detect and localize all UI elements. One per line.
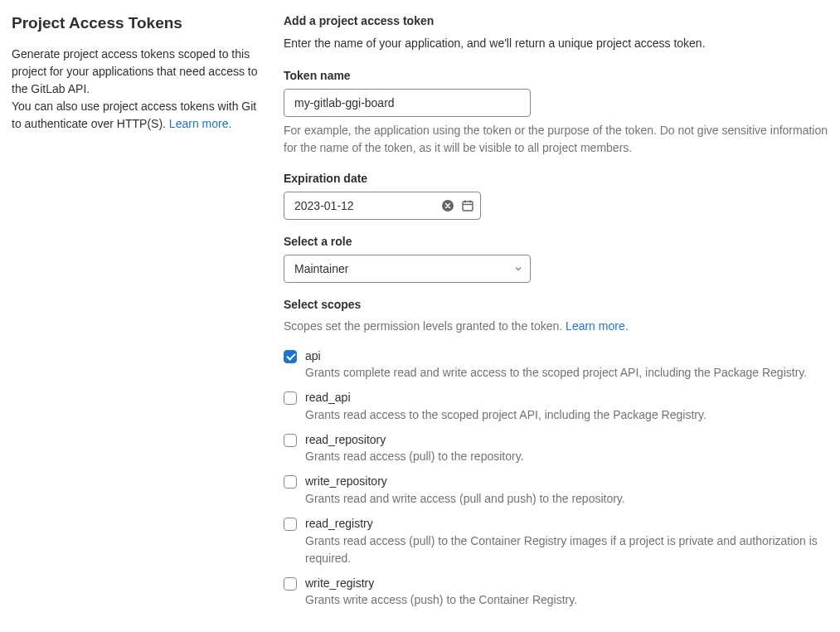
scope-checkbox-api[interactable] <box>284 350 297 363</box>
svg-rect-1 <box>463 202 473 211</box>
scope-description: Grants read access (pull) to the Contain… <box>305 532 828 567</box>
learn-more-link[interactable]: Learn more. <box>169 117 231 130</box>
scopes-subtext: Scopes set the permission levels granted… <box>284 318 828 335</box>
scope-checkbox-write_repository[interactable] <box>284 475 297 489</box>
scope-checkbox-read_registry[interactable] <box>284 518 297 531</box>
expiration-label: Expiration date <box>284 172 828 185</box>
clear-date-icon[interactable] <box>441 199 454 212</box>
scope-description: Grants read and write access (pull and p… <box>305 490 828 508</box>
form-subheading: Enter the name of your application, and … <box>284 35 828 52</box>
scopes-group: Select scopes Scopes set the permission … <box>284 298 828 610</box>
scope-name: read_registry <box>305 516 828 532</box>
scope-row-write_repository: write_repositoryGrants read and write ac… <box>284 474 828 508</box>
scope-description: Grants complete read and write access to… <box>305 364 828 382</box>
scope-description: Grants write access (push) to the Contai… <box>305 591 828 609</box>
sidebar-intro: Project Access Tokens Generate project a… <box>12 13 260 632</box>
scope-name: write_registry <box>305 576 828 592</box>
form-heading: Add a project access token <box>284 13 828 30</box>
scope-name: api <box>305 348 828 365</box>
intro-paragraph: Generate project access tokens scoped to… <box>12 46 260 133</box>
scope-row-write_registry: write_registryGrants write access (push)… <box>284 576 828 610</box>
token-name-label: Token name <box>284 69 828 82</box>
scope-name: read_api <box>305 390 828 406</box>
scope-name: read_repository <box>305 432 828 449</box>
scope-row-read_registry: read_registryGrants read access (pull) t… <box>284 516 828 567</box>
scope-name: write_repository <box>305 474 828 490</box>
scope-row-read_api: read_apiGrants read access to the scoped… <box>284 390 828 424</box>
role-select[interactable]: Maintainer <box>284 255 531 283</box>
scope-row-read_repository: read_repositoryGrants read access (pull)… <box>284 432 828 466</box>
token-name-input[interactable] <box>284 89 531 117</box>
form-panel: Add a project access token Enter the nam… <box>284 13 828 632</box>
page-title: Project Access Tokens <box>12 13 260 34</box>
scope-checkbox-write_registry[interactable] <box>284 577 297 591</box>
scope-checkbox-read_repository[interactable] <box>284 434 297 447</box>
expiration-group: Expiration date <box>284 172 828 220</box>
role-label: Select a role <box>284 235 828 248</box>
token-name-group: Token name For example, the application … <box>284 69 828 157</box>
token-name-help: For example, the application using the t… <box>284 122 828 157</box>
scope-checkbox-read_api[interactable] <box>284 391 297 405</box>
role-group: Select a role Maintainer <box>284 235 828 283</box>
scope-row-api: apiGrants complete read and write access… <box>284 348 828 382</box>
scope-description: Grants read access to the scoped project… <box>305 406 828 424</box>
scopes-label: Select scopes <box>284 298 828 311</box>
calendar-icon[interactable] <box>461 199 474 212</box>
scopes-learn-more-link[interactable]: Learn more. <box>566 319 628 333</box>
scope-description: Grants read access (pull) to the reposit… <box>305 448 828 465</box>
